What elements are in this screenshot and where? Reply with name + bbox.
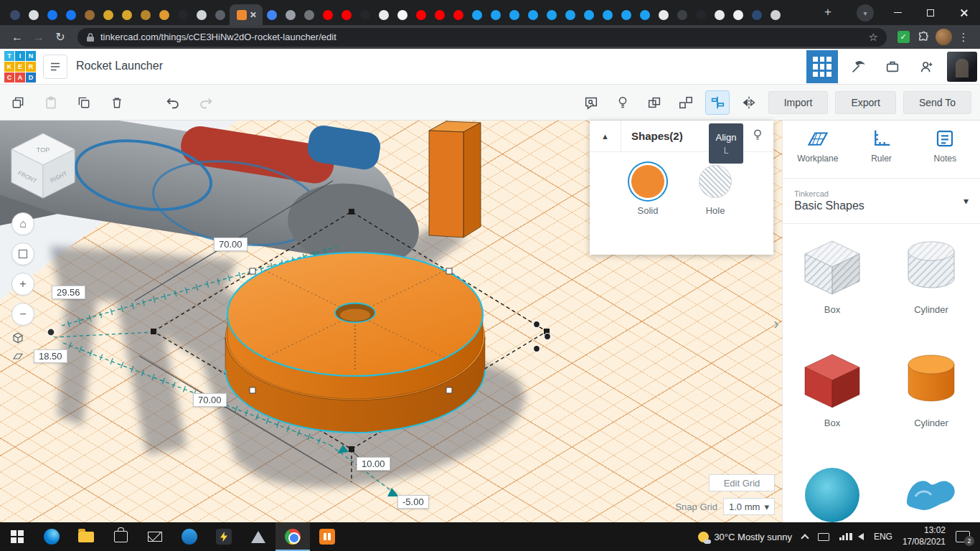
extension-check-icon[interactable]: ✓ — [894, 28, 913, 47]
browser-tab[interactable] — [211, 4, 230, 25]
briefcase-button[interactable] — [878, 52, 907, 81]
solid-swatch[interactable] — [631, 165, 664, 198]
browser-tab[interactable] — [468, 4, 486, 25]
invite-user-button[interactable] — [913, 52, 941, 81]
gallery-item-box-hole[interactable]: Box — [783, 232, 882, 315]
network-tray-icon[interactable] — [839, 533, 848, 540]
gallery-item-scribble[interactable] — [882, 459, 980, 522]
browser-tab[interactable] — [561, 4, 580, 25]
browser-tab[interactable] — [155, 4, 174, 25]
browser-profile-avatar[interactable] — [934, 28, 953, 47]
align-button[interactable] — [705, 90, 730, 115]
browser-tab[interactable] — [281, 4, 300, 25]
browser-tab[interactable] — [6, 4, 24, 25]
browser-tab[interactable] — [374, 4, 393, 25]
browser-tab[interactable] — [230, 4, 263, 25]
action-center-button[interactable]: 2 — [956, 531, 970, 542]
extensions-puzzle-icon[interactable] — [914, 28, 933, 47]
display-tray-icon[interactable] — [818, 533, 829, 541]
taskbar-edge[interactable] — [34, 522, 69, 551]
forward-button[interactable]: → — [29, 27, 49, 47]
annotate-button[interactable] — [579, 90, 603, 115]
dimension-input[interactable]: 70.00 — [214, 237, 248, 251]
copy-button[interactable] — [6, 90, 30, 115]
user-avatar[interactable] — [947, 52, 977, 82]
design-title[interactable]: Rocket Launcher — [76, 60, 163, 72]
panel-tips-button[interactable] — [750, 128, 765, 145]
taskbar-mail[interactable] — [138, 522, 172, 551]
browser-tab[interactable] — [300, 4, 319, 25]
browser-tab[interactable] — [486, 4, 505, 25]
cylinder-shape[interactable] — [225, 253, 485, 433]
fit-view-button[interactable] — [11, 242, 34, 265]
taskbar-file-explorer[interactable] — [69, 522, 103, 551]
browser-tab[interactable] — [99, 4, 118, 25]
language-indicator[interactable]: ENG — [874, 532, 892, 542]
sidebar-collapse-handle[interactable]: › — [771, 311, 782, 337]
taskbar-blue-app[interactable] — [172, 522, 207, 551]
home-view-button[interactable]: ⌂ — [11, 212, 34, 235]
tab-search-button[interactable]: ▾ — [857, 4, 874, 22]
gallery-item-sphere[interactable] — [783, 459, 882, 522]
hole-option[interactable]: Hole — [699, 165, 732, 216]
bookmark-star-icon[interactable]: ☆ — [869, 31, 878, 44]
tray-expand-icon[interactable] — [801, 534, 809, 542]
browser-tab[interactable] — [654, 4, 673, 25]
browser-tab[interactable] — [62, 4, 80, 25]
browser-tab[interactable] — [319, 4, 337, 25]
browser-tab[interactable] — [449, 4, 468, 25]
view-cube[interactable]: TOP FRONT RIGHT — [7, 131, 79, 202]
perspective-view-button[interactable] — [9, 329, 27, 347]
browser-menu-button[interactable]: ⋮ — [954, 28, 973, 47]
paste-button[interactable] — [39, 90, 63, 115]
browser-tab[interactable] — [263, 4, 281, 25]
browser-tab[interactable] — [598, 4, 617, 25]
browser-tab[interactable] — [118, 4, 136, 25]
browser-tab[interactable] — [80, 4, 99, 25]
browser-tab[interactable] — [692, 4, 710, 25]
dimension-input[interactable]: -5.00 — [397, 495, 429, 509]
weather-widget[interactable]: 30°C Mostly sunny — [698, 532, 792, 542]
notes-tool[interactable]: Notes — [916, 128, 974, 178]
tinkercad-logo[interactable]: TINKERCAD — [4, 51, 36, 83]
browser-tab[interactable] — [673, 4, 692, 25]
browser-tab[interactable] — [393, 4, 412, 25]
browser-tab[interactable] — [636, 4, 654, 25]
browser-tab[interactable] — [748, 4, 766, 25]
browser-tab[interactable] — [617, 4, 636, 25]
solid-option[interactable]: Solid — [631, 165, 664, 216]
hole-swatch[interactable] — [699, 165, 732, 198]
tab-close-icon[interactable] — [250, 11, 256, 18]
browser-tab[interactable] — [136, 4, 155, 25]
taskbar-lightning-app[interactable] — [207, 522, 241, 551]
taskbar-chrome[interactable] — [275, 522, 310, 551]
export-button[interactable]: Export — [835, 91, 895, 114]
browser-tab[interactable] — [430, 4, 449, 25]
browser-tab[interactable] — [192, 4, 211, 25]
browser-tab[interactable] — [412, 4, 430, 25]
tips-button[interactable] — [611, 90, 635, 115]
reload-button[interactable]: ↻ — [50, 27, 70, 47]
panel-collapse-button[interactable]: ▲ — [590, 121, 621, 152]
redo-button[interactable] — [194, 90, 218, 115]
dimension-input[interactable]: 10.00 — [357, 457, 390, 471]
new-tab-button[interactable]: + — [819, 4, 837, 22]
design-menu-button[interactable] — [43, 55, 67, 79]
browser-tab[interactable] — [174, 4, 192, 25]
align-anchor-dots[interactable] — [534, 321, 551, 352]
taskbar-clock[interactable]: 13:02 17/08/2021 — [903, 525, 946, 547]
close-button[interactable] — [947, 0, 980, 25]
group-button[interactable] — [642, 90, 666, 115]
ruler-origin-handle[interactable] — [47, 329, 55, 336]
undo-button[interactable] — [161, 90, 185, 115]
gallery-item-cylinder-hole[interactable]: Cylinder — [882, 232, 980, 315]
send-to-button[interactable]: Send To — [903, 91, 971, 114]
dimension-input[interactable]: 70.00 — [193, 393, 227, 407]
dashboard-grid-button[interactable] — [806, 50, 838, 83]
pickaxe-button[interactable] — [844, 52, 872, 81]
taskbar-pyramid-app[interactable] — [241, 522, 275, 551]
workplane-tool[interactable]: Workplane — [789, 128, 847, 178]
dimension-input[interactable]: 29.56 — [52, 286, 85, 299]
minimize-button[interactable] — [881, 0, 914, 25]
url-omnibox[interactable]: tinkercad.com/things/cCE3HiNw2dO-rocket-… — [77, 28, 887, 47]
